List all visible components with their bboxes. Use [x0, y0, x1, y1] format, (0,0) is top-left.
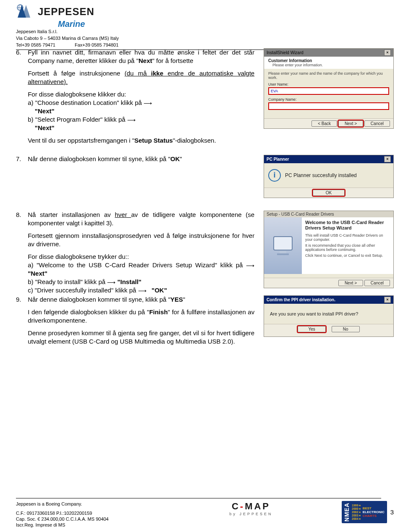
- step-8-b-install: "Install": [117, 278, 141, 285]
- ok-button[interactable]: OK: [313, 190, 345, 196]
- step-8-a: a) "Welcome to the USB C-Card Reader Dri…: [28, 261, 246, 269]
- step-6-wait2: "-dialogboksen.: [173, 137, 216, 144]
- step-6-body: Fyll inn navnet ditt, firmanavn eller hv…: [28, 48, 254, 145]
- back-button[interactable]: < Back: [311, 120, 337, 127]
- header-phone-row: Tel+39 0585 79471 Fax+39 0585 794801: [16, 42, 385, 48]
- close-icon[interactable]: ×: [384, 156, 391, 162]
- nmea-title: NMEA: [343, 503, 350, 522]
- step-6-wait: Vent til du ser oppstartsfremgangen i ": [28, 137, 134, 144]
- footer-legal: Jeppesen is a Boeing Company. C.F.: 0917…: [16, 501, 196, 528]
- step-6-number: 6.: [16, 48, 26, 57]
- step-7-text: Når denne dialogboksen kommer til syne, …: [28, 155, 170, 162]
- pc-planner-screenshot: PC Planner × i PC Planner succesfully in…: [264, 155, 394, 198]
- step-6-row: 6. Fyll inn navnet ditt, firmanavn eller…: [16, 48, 394, 145]
- step-6-text2: " for å fortsette: [152, 57, 193, 64]
- svg-rect-4: [274, 237, 292, 250]
- step-6-follow: Fortsett å følge instruksjonene: [28, 70, 124, 77]
- wizard-title: InstallShield Wizard: [267, 50, 304, 55]
- usb-line3: Click Next to continue, or Cancel to exi…: [305, 253, 390, 258]
- step-6-a: a) "Choose destination Location" klikk p…: [28, 99, 142, 106]
- step-6-u1: (du må: [125, 70, 151, 77]
- no-button[interactable]: No: [332, 326, 360, 332]
- wizard-heading: Customer Information: [268, 58, 389, 63]
- company-name-label: Company Name:: [268, 97, 389, 102]
- arrow-right-icon: ⟶: [138, 287, 147, 295]
- step-9-repeat: Denne prosedyren kommer til å gjenta seg…: [28, 329, 254, 346]
- step-9-body: Når denne dialogboksen kommer til syne, …: [28, 295, 254, 346]
- user-name-input[interactable]: EVA: [268, 87, 389, 95]
- footer-divider: [16, 498, 381, 498]
- step-8-text1: Nå starter installasjonen av: [28, 211, 115, 218]
- svg-rect-5: [280, 251, 286, 253]
- next-button[interactable]: Next >: [338, 120, 363, 127]
- cmap-subline: by JEPPESEN: [229, 512, 272, 516]
- step-9-number: 9.: [16, 295, 26, 304]
- user-name-value: EVA: [271, 89, 278, 93]
- usb-next-button[interactable]: Next >: [338, 280, 363, 286]
- brand-logo-row: JEPPESEN: [16, 3, 385, 20]
- arrow-right-icon: ⟶: [246, 261, 254, 270]
- step-6-b: b) "Select Program Folder" klikk på: [28, 116, 125, 123]
- step-8-c-ok: "OK": [152, 287, 167, 294]
- step-6-a-next: "Next": [35, 107, 55, 115]
- pcplanner-title: PC Planner: [267, 157, 289, 162]
- step-7-text2: ": [180, 155, 182, 162]
- pcplanner-message: PC Planner succesfully installed: [285, 172, 357, 178]
- step-8-b: b) "Ready to install" klikk på: [28, 278, 107, 285]
- arrow-right-icon: ⟶: [127, 116, 136, 124]
- step-9-row: 9. Når denne dialogboksen kommer til syn…: [16, 295, 394, 346]
- step-9-finish1: I den følgende dialogboksen klikker du p…: [28, 308, 149, 316]
- step-6-sublist-intro: For disse dialogboksene klikker du:: [28, 90, 254, 99]
- step-6-next: Next: [139, 57, 152, 64]
- step-6-b-next: "Next": [35, 124, 55, 131]
- step-8-hver: hver: [115, 211, 131, 218]
- close-icon[interactable]: ×: [384, 297, 391, 303]
- step-8-p2: Fortesett gjennom innstallasjonsprosedyr…: [28, 232, 254, 248]
- header-company-name: Jeppesen Italia S.r.l.: [16, 29, 385, 34]
- jeppesen-globe-icon: [16, 3, 34, 20]
- step-7-number: 7.: [16, 155, 26, 163]
- step-6-ikke: ikke: [151, 70, 163, 77]
- page-content: 6. Fyll inn navnet ditt, firmanavn eller…: [16, 48, 394, 356]
- page-number: 3: [390, 509, 394, 516]
- step-8-a-next: "Next": [28, 270, 47, 277]
- step-9-yes: YES: [170, 296, 183, 303]
- footer-cf: C.F.: 09173360158 P.I.:10202200159: [16, 510, 196, 516]
- arrow-right-icon: ⟶: [144, 99, 152, 107]
- usb-setup-wizard-screenshot: Setup - USB C-Card Reader Drivers Welcom…: [264, 211, 394, 288]
- header-address: Via Caboto 9 – 54033 Marina di Carrara (…: [16, 35, 385, 41]
- usb-cancel-button[interactable]: Cancel: [364, 280, 390, 286]
- brand-subline: Marine: [58, 20, 385, 28]
- ppi-confirm-screenshot: Confirm the PPI driver installation. × A…: [264, 295, 394, 337]
- wizard-desc: Please enter your name and the name of t…: [268, 71, 389, 80]
- footer-cap: Cap. Soc. € 234.000,00 C.C.I.A.A. MS 904…: [16, 516, 196, 522]
- brand-wordmark: JEPPESEN: [38, 8, 94, 16]
- step-9-text2: ": [183, 296, 185, 303]
- step-9-text1: Når denne dialogboksen kommer til syne, …: [28, 296, 170, 303]
- yes-button[interactable]: Yes: [298, 326, 325, 332]
- header-fax: Fax+39 0585 794801: [75, 42, 118, 47]
- usb-heading: Welcome to the USB C-Card Reader Drivers…: [305, 220, 390, 231]
- step-6-setup-status: Setup Status: [134, 137, 173, 144]
- nmea-badge: NMEA 1999★ 2000★ 2002★ 2003★ 2004★ BESTE…: [342, 501, 387, 523]
- ppi-title: Confirm the PPI driver installation.: [267, 297, 335, 302]
- step-8-number: 8.: [16, 211, 26, 219]
- ppi-message: Are you sure you want to install PPI dri…: [264, 304, 393, 324]
- step-9-finish: Finish: [149, 308, 167, 316]
- wizard-sub: Please enter your information.: [272, 63, 389, 67]
- close-icon[interactable]: ×: [384, 50, 391, 56]
- step-8-row: 8. Nå starter installasjonen av hver av …: [16, 211, 394, 295]
- svg-rect-6: [277, 253, 289, 255]
- company-name-input[interactable]: [268, 102, 389, 110]
- arrow-right-icon: ⟶: [107, 278, 115, 287]
- step-7-row: 7. Når denne dialogboksen kommer til syn…: [16, 155, 394, 198]
- cancel-button[interactable]: Cancel: [364, 120, 390, 127]
- page-footer: Jeppesen is a Boeing Company. C.F.: 0917…: [16, 498, 394, 528]
- usb-line1: This will install USB C-Card Reader Driv…: [305, 233, 390, 242]
- usb-title: Setup - USB C-Card Reader Drivers: [267, 212, 334, 216]
- user-name-label: User Name:: [268, 82, 389, 86]
- step-8-sublist-intro: For disse dialogboksene trykker du::: [28, 253, 254, 261]
- info-icon: i: [268, 169, 281, 182]
- cmap-logo: C-MAP by JEPPESEN: [229, 501, 272, 516]
- step-8-c: c) "Driver succesfully installed" klikk …: [28, 287, 138, 294]
